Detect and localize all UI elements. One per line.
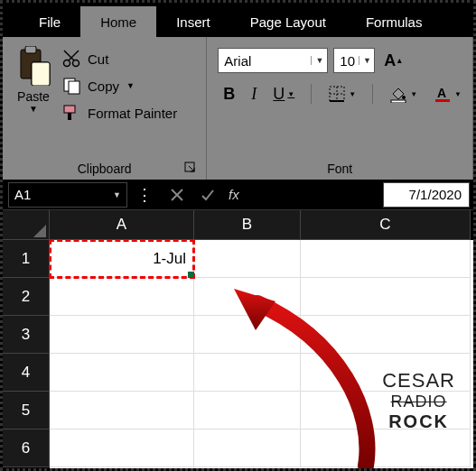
watermark-logo: CESAR RADIO ROCK — [382, 369, 455, 432]
cell-b6[interactable] — [194, 429, 301, 467]
cell-b2[interactable] — [194, 278, 301, 316]
increase-font-glyph: A — [384, 51, 396, 70]
font-color-icon: A — [434, 85, 452, 103]
chevron-down-icon[interactable]: ▼ — [454, 90, 462, 98]
separator — [311, 84, 312, 104]
format-painter-button[interactable]: Format Painter — [61, 102, 179, 124]
svg-point-17 — [402, 96, 406, 99]
chevron-down-icon[interactable]: ▼ — [29, 104, 38, 114]
bold-button[interactable]: B — [223, 85, 235, 104]
chevron-down-icon[interactable]: ▼ — [311, 56, 323, 65]
svg-rect-11 — [68, 113, 71, 120]
check-icon — [201, 188, 215, 202]
font-name-combo[interactable]: Arial ▼ — [218, 48, 328, 73]
cell-c2[interactable] — [301, 278, 471, 316]
font-name-value: Arial — [224, 53, 251, 69]
row-header-4[interactable]: 4 — [3, 354, 50, 392]
cut-button[interactable]: Cut — [61, 48, 179, 69]
row-header-1[interactable]: 1 — [3, 240, 50, 278]
cell-a6[interactable] — [50, 429, 194, 467]
svg-text:A: A — [437, 86, 446, 100]
svg-rect-18 — [391, 100, 406, 103]
enter-formula-button[interactable] — [192, 182, 223, 208]
font-color-button[interactable]: A ▼ — [434, 85, 462, 103]
ribbon: Paste ▼ Cut Copy ▼ — [3, 37, 473, 180]
paste-label: Paste — [17, 89, 50, 104]
svg-line-6 — [69, 51, 79, 60]
svg-rect-10 — [64, 106, 75, 113]
cell-a1[interactable]: 1-Jul — [50, 240, 194, 278]
row-header-3[interactable]: 3 — [3, 316, 50, 354]
column-header-a[interactable]: A — [50, 210, 194, 240]
cell-b5[interactable] — [194, 392, 301, 429]
tab-home[interactable]: Home — [80, 6, 156, 37]
tab-page-layout[interactable]: Page Layout — [230, 6, 346, 37]
ribbon-tabs: File Home Insert Page Layout Formulas — [3, 3, 473, 37]
watermark-line3: ROCK — [382, 411, 455, 432]
formula-bar-expand[interactable]: ⋮ — [127, 185, 162, 205]
borders-icon — [328, 85, 346, 103]
formula-bar-row: A1 ▼ ⋮ fx 7/1/2020 — [3, 180, 473, 210]
cell-a1-value: 1-Jul — [153, 250, 186, 268]
column-header-b[interactable]: B — [194, 210, 301, 240]
underline-button[interactable]: U▼ — [273, 85, 294, 104]
tab-formulas[interactable]: Formulas — [346, 6, 443, 37]
cancel-formula-button[interactable] — [162, 182, 192, 208]
name-box[interactable]: A1 ▼ — [8, 182, 127, 208]
cell-c3[interactable] — [301, 316, 471, 354]
cell-b3[interactable] — [194, 316, 301, 354]
copy-icon — [62, 77, 82, 95]
name-box-value: A1 — [14, 187, 31, 202]
svg-rect-1 — [25, 46, 36, 53]
row-header-5[interactable]: 5 — [3, 392, 50, 429]
cell-a2[interactable] — [50, 278, 194, 316]
column-header-c[interactable]: C — [301, 210, 471, 240]
italic-button[interactable]: I — [251, 85, 257, 104]
cell-b4[interactable] — [194, 354, 301, 392]
font-size-combo[interactable]: 10 ▼ — [333, 48, 375, 73]
tab-file[interactable]: File — [19, 6, 80, 37]
increase-font-button[interactable]: A▴ — [380, 51, 406, 70]
fill-color-button[interactable]: ▼ — [389, 85, 417, 103]
svg-point-5 — [73, 60, 79, 67]
cell-b1[interactable] — [194, 240, 301, 278]
clipboard-icon — [15, 46, 51, 86]
chevron-down-icon[interactable]: ▼ — [287, 90, 294, 98]
cut-label: Cut — [88, 51, 108, 67]
chevron-down-icon[interactable]: ▼ — [349, 90, 356, 98]
separator — [372, 84, 373, 104]
row-header-2[interactable]: 2 — [3, 278, 50, 316]
group-clipboard: Paste ▼ Cut Copy ▼ — [3, 37, 207, 180]
formula-bar-input[interactable]: 7/1/2020 — [383, 182, 470, 208]
cell-a3[interactable] — [50, 316, 194, 354]
font-size-value: 10 — [340, 53, 355, 69]
cell-a4[interactable] — [50, 354, 194, 392]
formula-bar-value: 7/1/2020 — [409, 187, 462, 202]
bucket-icon — [389, 85, 407, 103]
chevron-down-icon[interactable]: ▼ — [359, 56, 371, 65]
watermark-line2: RADIO — [382, 392, 455, 411]
svg-marker-23 — [33, 225, 46, 237]
group-clipboard-label: Clipboard — [78, 162, 132, 176]
fx-button[interactable]: fx — [223, 187, 245, 202]
paste-button[interactable]: Paste ▼ — [10, 42, 57, 160]
chevron-down-icon[interactable]: ▼ — [113, 190, 121, 199]
copy-button[interactable]: Copy ▼ — [61, 75, 179, 97]
group-font: Arial ▼ 10 ▼ A▴ B I U▼ — [207, 37, 473, 180]
clipboard-dialog-launcher[interactable] — [184, 162, 197, 174]
svg-rect-20 — [435, 99, 450, 102]
chevron-down-icon[interactable]: ▼ — [410, 90, 417, 98]
borders-button[interactable]: ▼ — [328, 85, 356, 103]
row-header-6[interactable]: 6 — [3, 429, 50, 467]
fill-handle[interactable] — [188, 272, 194, 278]
svg-rect-9 — [69, 81, 79, 94]
cell-a5[interactable] — [50, 392, 194, 429]
chevron-down-icon[interactable]: ▼ — [126, 81, 135, 90]
cell-c1[interactable] — [301, 240, 471, 278]
paintbrush-icon — [62, 104, 82, 122]
x-icon — [170, 188, 184, 202]
select-all-corner[interactable] — [3, 210, 50, 240]
cell-c6[interactable] — [301, 429, 471, 467]
tab-insert[interactable]: Insert — [156, 6, 230, 37]
format-painter-label: Format Painter — [88, 106, 177, 121]
